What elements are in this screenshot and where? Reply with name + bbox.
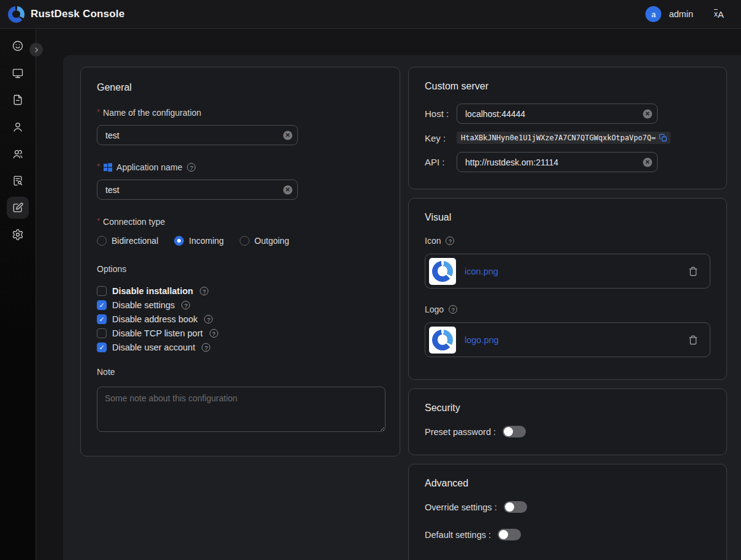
- required-asterisk: *: [97, 162, 100, 170]
- sidebar-item-configurations[interactable]: [7, 197, 29, 219]
- icon-file-link[interactable]: icon.png: [465, 267, 498, 276]
- option-label: Disable address book: [112, 314, 197, 324]
- help-icon[interactable]: ?: [204, 315, 213, 324]
- advanced-card: Advanced Override settings : Default set…: [408, 464, 727, 560]
- sidebar-item-users[interactable]: [7, 116, 29, 138]
- header-right: a admin xA: [645, 6, 724, 22]
- sidebar-collapse-button[interactable]: [29, 43, 43, 56]
- sidebar-item-devices[interactable]: [7, 62, 29, 84]
- options-label-text: Options: [97, 264, 126, 274]
- help-icon[interactable]: ?: [187, 163, 196, 172]
- clear-app-name-icon[interactable]: ✕: [283, 185, 292, 194]
- translate-icon[interactable]: xA: [714, 10, 724, 19]
- user-name[interactable]: admin: [669, 9, 693, 19]
- host-row: Host : ✕: [425, 104, 710, 124]
- clear-host-icon[interactable]: ✕: [643, 109, 652, 118]
- radio-bidirectional[interactable]: Bidirectional: [97, 236, 158, 246]
- general-card: General * Name of the configuration ✕ * …: [80, 67, 400, 456]
- help-icon[interactable]: ?: [200, 287, 208, 295]
- default-settings-row: Default settings :: [425, 529, 710, 540]
- clear-name-icon[interactable]: ✕: [283, 131, 292, 140]
- radio-outgoing[interactable]: Outgoing: [240, 236, 289, 246]
- chevron-right-icon: [33, 47, 40, 53]
- icon-label-text: Icon: [425, 236, 441, 246]
- options-label: Options: [97, 264, 384, 274]
- radio-dot: [174, 236, 184, 246]
- delete-icon-file-button[interactable]: [688, 267, 698, 276]
- host-input[interactable]: [457, 104, 658, 124]
- name-field-label: * Name of the configuration: [97, 108, 384, 118]
- help-icon[interactable]: ?: [202, 343, 210, 352]
- name-field-label-text: Name of the configuration: [103, 108, 201, 118]
- general-title: General: [97, 82, 384, 93]
- option-disable-user-account: ✓ Disable user account ?: [97, 342, 384, 352]
- sidebar-item-documents[interactable]: [7, 89, 29, 111]
- key-text: HtaXBkJNHyn0e1U1jWXze7A7CN7QTGWqxkOtpaVp…: [461, 134, 656, 142]
- sidebar-item-audit[interactable]: [7, 170, 29, 192]
- option-disable-tcp-listen-port: ✓ Disable TCP listen port ?: [97, 328, 384, 338]
- help-icon[interactable]: ?: [181, 301, 190, 309]
- checkbox[interactable]: ✓: [97, 342, 107, 352]
- option-label: Disable TCP listen port: [112, 328, 203, 338]
- gear-icon: [12, 229, 24, 241]
- security-title: Security: [425, 403, 710, 414]
- option-disable-settings: ✓ Disable settings ?: [97, 300, 384, 310]
- key-row: Key : HtaXBkJNHyn0e1U1jWXze7A7CN7QTGWqxk…: [425, 132, 710, 144]
- api-input[interactable]: [457, 152, 658, 172]
- connection-type-label-text: Connection type: [103, 217, 165, 227]
- help-icon[interactable]: ?: [210, 329, 218, 338]
- smiley-icon: [12, 40, 24, 52]
- api-input-wrap: ✕: [457, 152, 658, 172]
- help-icon[interactable]: ?: [446, 236, 454, 245]
- preset-password-toggle[interactable]: [503, 426, 526, 437]
- clear-api-icon[interactable]: ✕: [643, 157, 652, 167]
- check-glyph: ✓: [99, 344, 104, 351]
- server-key-value: HtaXBkJNHyn0e1U1jWXze7A7CN7QTGWqxkOtpaVp…: [457, 132, 671, 144]
- logo-label-text: Logo: [425, 305, 444, 314]
- top-bar: RustDesk Console a admin xA: [0, 0, 741, 29]
- icon-label: Icon ?: [425, 236, 710, 246]
- radio-incoming[interactable]: Incoming: [174, 236, 224, 246]
- name-input-wrap: ✕: [97, 125, 298, 145]
- app-title: RustDesk Console: [31, 8, 124, 20]
- default-settings-label: Default settings :: [425, 530, 491, 540]
- sidebar-item-groups[interactable]: [7, 143, 29, 165]
- sidebar: [0, 29, 36, 560]
- api-label: API :: [425, 157, 457, 167]
- logo-file-link[interactable]: logo.png: [465, 335, 499, 345]
- default-settings-toggle[interactable]: [498, 529, 521, 540]
- app-name-input[interactable]: [97, 180, 298, 200]
- visual-title: Visual: [425, 212, 710, 223]
- note-textarea[interactable]: [97, 387, 386, 432]
- translate-a-glyph: A: [718, 10, 724, 19]
- windows-logo-icon: [103, 162, 113, 172]
- radio-dot: [240, 236, 249, 246]
- users-icon: [12, 148, 24, 160]
- note-label-text: Note: [97, 367, 115, 377]
- checkbox[interactable]: ✓: [97, 328, 107, 338]
- user-avatar[interactable]: a: [645, 6, 661, 22]
- option-label: Disable user account: [112, 342, 195, 352]
- right-column: Custom server Host : ✕ Key : HtaXBkJNHyn…: [408, 67, 727, 560]
- option-disable-installation: ✓ Disable installation ?: [97, 286, 384, 296]
- checkbox[interactable]: ✓: [97, 300, 107, 310]
- sidebar-item-dashboard[interactable]: [7, 35, 29, 57]
- visual-card: Visual Icon ? icon.png Logo ?: [408, 198, 727, 380]
- help-icon[interactable]: ?: [449, 305, 457, 314]
- app-name-label: * Application name ?: [97, 162, 384, 172]
- radio-label: Bidirectional: [112, 236, 158, 246]
- override-settings-label: Override settings :: [425, 502, 497, 512]
- checkbox[interactable]: ✓: [97, 314, 107, 324]
- sidebar-item-settings[interactable]: [7, 224, 29, 246]
- checkbox[interactable]: ✓: [97, 286, 107, 296]
- app-name-label-text: Application name: [116, 162, 182, 172]
- copy-icon[interactable]: [659, 134, 667, 142]
- brand: RustDesk Console: [8, 6, 124, 23]
- host-input-wrap: ✕: [457, 104, 658, 124]
- override-settings-toggle[interactable]: [504, 501, 527, 513]
- name-input[interactable]: [97, 125, 298, 145]
- app-name-input-wrap: ✕: [97, 180, 298, 200]
- radio-label: Incoming: [189, 236, 224, 246]
- rustdesk-logo-icon: [432, 330, 453, 350]
- delete-logo-file-button[interactable]: [688, 335, 698, 345]
